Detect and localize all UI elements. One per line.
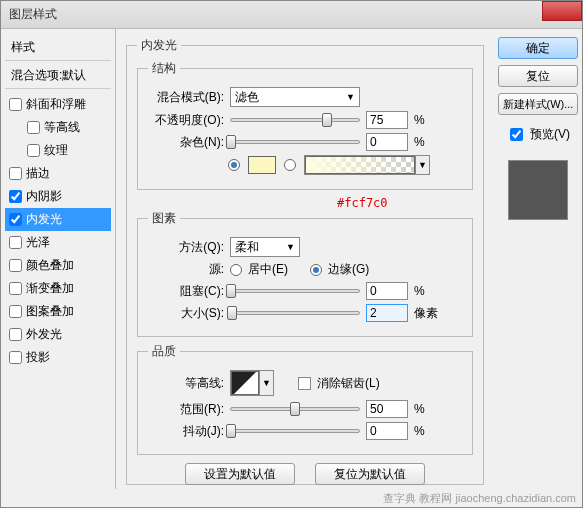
style-item-1[interactable]: 等高线 — [5, 116, 111, 139]
close-button[interactable] — [542, 1, 582, 21]
quality-legend: 品质 — [148, 343, 180, 360]
contour-label: 等高线: — [148, 375, 224, 392]
jitter-unit: % — [414, 424, 438, 438]
elements-legend: 图素 — [148, 210, 180, 227]
make-default-button[interactable]: 设置为默认值 — [185, 463, 295, 485]
range-input[interactable]: 50 — [366, 400, 408, 418]
source-center-radio[interactable] — [230, 264, 242, 276]
opacity-input[interactable]: 75 — [366, 111, 408, 129]
style-item-3[interactable]: 描边 — [5, 162, 111, 185]
technique-label: 方法(Q): — [148, 239, 224, 256]
color-hex-annotation: #fcf7c0 — [337, 196, 473, 210]
style-label: 内阴影 — [26, 188, 62, 205]
gradient-swatch — [305, 156, 415, 174]
opacity-unit: % — [414, 113, 438, 127]
blending-options-item[interactable]: 混合选项:默认 — [5, 63, 111, 89]
chevron-down-icon: ▼ — [415, 156, 429, 174]
noise-input[interactable]: 0 — [366, 133, 408, 151]
panel-title: 内发光 — [137, 37, 181, 54]
layer-style-dialog: 图层样式 样式 混合选项:默认 斜面和浮雕等高线纹理描边内阴影内发光光泽颜色叠加… — [0, 0, 583, 508]
style-label: 内发光 — [26, 211, 62, 228]
gradient-radio[interactable] — [284, 159, 296, 171]
choke-slider[interactable] — [230, 289, 360, 293]
chevron-down-icon: ▼ — [259, 371, 273, 395]
new-style-button[interactable]: 新建样式(W)... — [498, 93, 578, 115]
style-checkbox[interactable] — [27, 144, 40, 157]
style-label: 光泽 — [26, 234, 50, 251]
contour-picker[interactable]: ▼ — [230, 370, 274, 396]
chevron-down-icon: ▼ — [286, 242, 295, 252]
range-slider[interactable] — [230, 407, 360, 411]
jitter-slider[interactable] — [230, 429, 360, 433]
style-checkbox[interactable] — [9, 305, 22, 318]
contour-swatch — [231, 371, 259, 395]
style-item-8[interactable]: 渐变叠加 — [5, 277, 111, 300]
settings-panel: 内发光 结构 混合模式(B): 滤色 ▼ 不透明度(O): 75 — [116, 29, 494, 489]
source-label: 源: — [148, 261, 224, 278]
gradient-picker[interactable]: ▼ — [304, 155, 430, 175]
titlebar[interactable]: 图层样式 — [1, 1, 582, 29]
style-item-2[interactable]: 纹理 — [5, 139, 111, 162]
preview-checkbox[interactable] — [510, 128, 523, 141]
style-checkbox[interactable] — [9, 282, 22, 295]
jitter-input[interactable]: 0 — [366, 422, 408, 440]
range-unit: % — [414, 402, 438, 416]
styles-header[interactable]: 样式 — [5, 35, 111, 61]
style-item-4[interactable]: 内阴影 — [5, 185, 111, 208]
reset-default-button[interactable]: 复位为默认值 — [315, 463, 425, 485]
style-checkbox[interactable] — [9, 167, 22, 180]
noise-slider[interactable] — [230, 140, 360, 144]
inner-glow-fieldset: 内发光 结构 混合模式(B): 滤色 ▼ 不透明度(O): 75 — [126, 37, 484, 485]
source-edge-radio[interactable] — [310, 264, 322, 276]
style-label: 纹理 — [44, 142, 68, 159]
size-unit: 像素 — [414, 305, 438, 322]
opacity-slider[interactable] — [230, 118, 360, 122]
style-checkbox[interactable] — [9, 351, 22, 364]
watermark: 查字典 教程网 jiaocheng.chazidian.com — [383, 489, 576, 507]
style-checkbox[interactable] — [9, 213, 22, 226]
antialias-checkbox[interactable] — [298, 377, 311, 390]
style-checkbox[interactable] — [9, 328, 22, 341]
style-checkbox[interactable] — [9, 236, 22, 249]
opacity-label: 不透明度(O): — [148, 112, 224, 129]
style-checkbox[interactable] — [9, 98, 22, 111]
style-label: 外发光 — [26, 326, 62, 343]
jitter-label: 抖动(J): — [148, 423, 224, 440]
style-item-5[interactable]: 内发光 — [5, 208, 111, 231]
cancel-button[interactable]: 复位 — [498, 65, 578, 87]
blendmode-label: 混合模式(B): — [148, 89, 224, 106]
chevron-down-icon: ▼ — [346, 92, 355, 102]
size-label: 大小(S): — [148, 305, 224, 322]
color-swatch[interactable] — [248, 156, 276, 174]
style-item-0[interactable]: 斜面和浮雕 — [5, 93, 111, 116]
choke-input[interactable]: 0 — [366, 282, 408, 300]
style-item-10[interactable]: 外发光 — [5, 323, 111, 346]
style-label: 投影 — [26, 349, 50, 366]
style-checkbox[interactable] — [9, 190, 22, 203]
style-label: 斜面和浮雕 — [26, 96, 86, 113]
style-checkbox[interactable] — [9, 259, 22, 272]
range-label: 范围(R): — [148, 401, 224, 418]
window-title: 图层样式 — [9, 6, 57, 23]
antialias-label: 消除锯齿(L) — [317, 375, 380, 392]
style-item-6[interactable]: 光泽 — [5, 231, 111, 254]
ok-button[interactable]: 确定 — [498, 37, 578, 59]
style-item-11[interactable]: 投影 — [5, 346, 111, 369]
technique-dropdown[interactable]: 柔和 ▼ — [230, 237, 300, 257]
noise-label: 杂色(N): — [148, 134, 224, 151]
preview-label: 预览(V) — [530, 126, 570, 143]
size-input[interactable]: 2 — [366, 304, 408, 322]
styles-list-panel: 样式 混合选项:默认 斜面和浮雕等高线纹理描边内阴影内发光光泽颜色叠加渐变叠加图… — [1, 29, 116, 489]
source-edge-label: 边缘(G) — [328, 261, 369, 278]
size-slider[interactable] — [230, 311, 360, 315]
style-item-9[interactable]: 图案叠加 — [5, 300, 111, 323]
noise-unit: % — [414, 135, 438, 149]
style-label: 颜色叠加 — [26, 257, 74, 274]
style-item-7[interactable]: 颜色叠加 — [5, 254, 111, 277]
preview-thumbnail — [508, 160, 568, 220]
style-checkbox[interactable] — [27, 121, 40, 134]
quality-fieldset: 品质 等高线: ▼ 消除锯齿(L) 范围(R): — [137, 343, 473, 455]
style-label: 描边 — [26, 165, 50, 182]
color-radio[interactable] — [228, 159, 240, 171]
blendmode-dropdown[interactable]: 滤色 ▼ — [230, 87, 360, 107]
